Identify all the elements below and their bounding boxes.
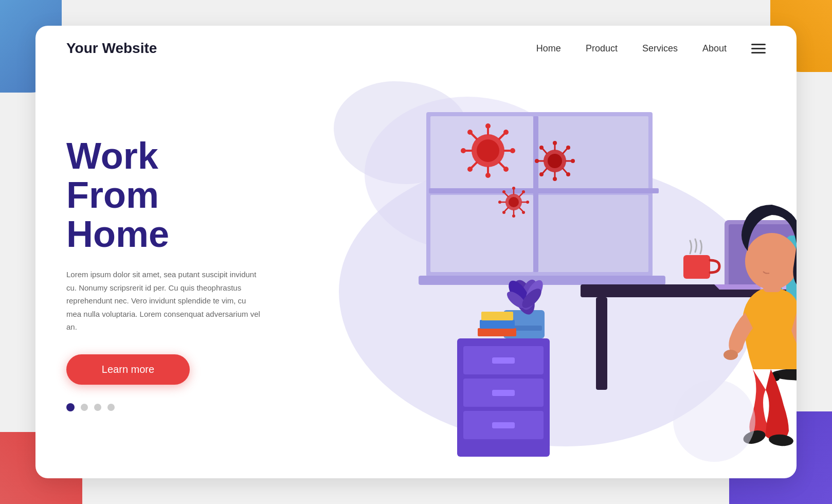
svg-point-20 — [485, 173, 491, 178]
nav-item-about[interactable]: About — [702, 43, 727, 54]
svg-point-52 — [526, 201, 529, 204]
svg-rect-84 — [596, 297, 607, 390]
main-card: Your Website Home Product Services About… — [35, 26, 797, 478]
dot-1[interactable] — [66, 403, 75, 411]
svg-rect-72 — [478, 328, 516, 336]
svg-point-46 — [509, 197, 519, 207]
svg-point-48 — [512, 187, 515, 190]
svg-point-54 — [522, 211, 525, 214]
svg-point-42 — [535, 159, 539, 163]
nav-link-home[interactable]: Home — [536, 43, 561, 53]
hamburger-line-3 — [751, 52, 766, 53]
main-content: WorkFrom Home Lorem ipsum dolor sit amet… — [35, 71, 797, 477]
navbar: Your Website Home Product Services About — [35, 26, 797, 71]
svg-rect-74 — [481, 312, 513, 320]
svg-point-62 — [502, 190, 505, 193]
svg-point-18 — [503, 167, 509, 172]
svg-point-122 — [673, 380, 755, 462]
nav-link-product[interactable]: Product — [586, 43, 618, 53]
svg-rect-77 — [492, 357, 515, 364]
nav-item-home[interactable]: Home — [536, 43, 561, 54]
svg-rect-7 — [533, 116, 538, 272]
nav-item-services[interactable]: Services — [642, 43, 678, 54]
svg-point-30 — [553, 141, 557, 145]
svg-point-26 — [467, 130, 473, 135]
svg-rect-79 — [492, 390, 515, 396]
svg-point-56 — [512, 214, 515, 218]
svg-point-34 — [571, 159, 575, 163]
svg-point-58 — [502, 211, 505, 214]
dot-2[interactable] — [81, 404, 88, 411]
svg-point-103 — [745, 233, 797, 290]
illustration-svg — [303, 71, 797, 477]
svg-point-36 — [566, 172, 570, 176]
hamburger-line-1 — [751, 44, 766, 45]
svg-point-12 — [485, 123, 491, 129]
svg-rect-85 — [683, 255, 710, 279]
svg-point-60 — [498, 201, 501, 204]
svg-point-32 — [566, 146, 570, 150]
nav-link-services[interactable]: Services — [642, 43, 678, 53]
nav-item-product[interactable]: Product — [586, 43, 618, 54]
svg-point-44 — [539, 146, 544, 150]
learn-more-button[interactable]: Learn more — [66, 354, 190, 385]
svg-point-10 — [477, 139, 499, 162]
nav-links: Home Product Services About — [536, 43, 727, 54]
left-section: WorkFrom Home Lorem ipsum dolor sit amet… — [35, 71, 303, 477]
svg-point-28 — [548, 154, 562, 168]
svg-point-24 — [461, 148, 466, 153]
svg-point-50 — [522, 190, 525, 193]
dot-3[interactable] — [94, 404, 101, 411]
right-section — [303, 71, 797, 477]
hamburger-line-2 — [751, 48, 766, 49]
nav-link-about[interactable]: About — [702, 43, 727, 53]
svg-point-38 — [553, 177, 557, 181]
svg-point-16 — [510, 148, 515, 153]
svg-point-22 — [467, 167, 473, 172]
svg-rect-6 — [429, 188, 659, 193]
svg-point-40 — [539, 172, 544, 176]
svg-rect-5 — [537, 195, 648, 272]
svg-rect-81 — [492, 422, 515, 428]
svg-point-100 — [724, 350, 738, 360]
hero-title: WorkFrom Home — [66, 137, 272, 254]
hero-description: Lorem ipsum dolor sit amet, sea putant s… — [66, 268, 262, 334]
svg-point-14 — [503, 130, 509, 135]
dot-4[interactable] — [107, 404, 115, 411]
pagination-dots — [66, 403, 272, 411]
nav-brand: Your Website — [66, 40, 536, 57]
hamburger-menu[interactable] — [751, 44, 766, 53]
svg-rect-73 — [480, 320, 515, 329]
